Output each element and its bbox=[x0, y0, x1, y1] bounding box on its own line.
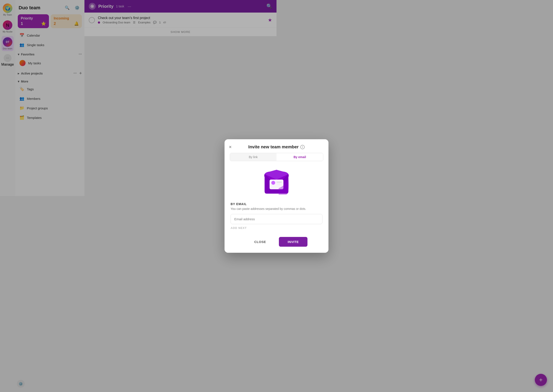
modal-title: Invite new team member i bbox=[248, 144, 276, 149]
email-illustration bbox=[225, 165, 276, 196]
modal-tabs: By link By email bbox=[230, 153, 276, 161]
modal-title-text: Invite new team member bbox=[248, 144, 276, 149]
svg-point-3 bbox=[271, 181, 275, 185]
modal-close-button[interactable]: × bbox=[229, 145, 232, 149]
invite-modal: × Invite new team member i By link By em… bbox=[225, 139, 276, 196]
modal-header: × Invite new team member i bbox=[225, 139, 276, 153]
tab-by-link[interactable]: By link bbox=[230, 153, 276, 161]
modal-overlay[interactable]: × Invite new team member i By link By em… bbox=[0, 0, 276, 196]
